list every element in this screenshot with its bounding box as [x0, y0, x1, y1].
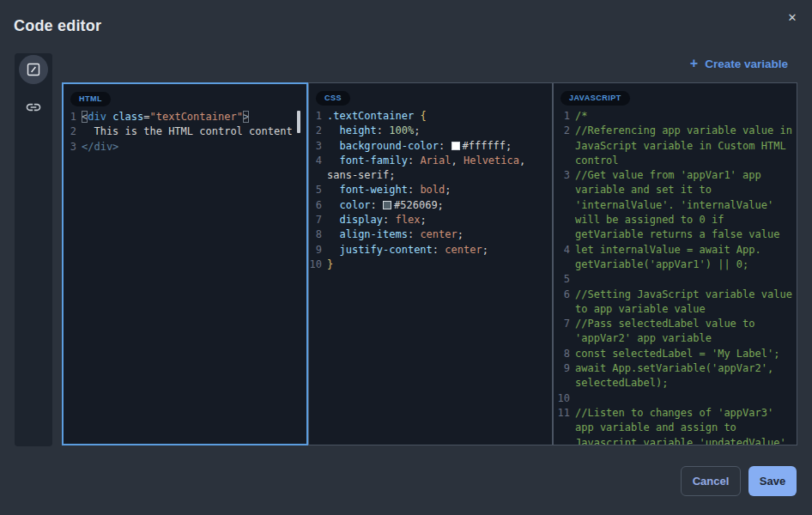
code-line: 8const selectedLabel = 'My Label'; [554, 347, 797, 361]
code-text: const selectedLabel = 'My Label'; [575, 347, 779, 361]
badge-row: HTML [64, 84, 306, 109]
code-line: 9 justify-content: center; [309, 243, 552, 258]
code-text: will be assigned to 0 if [575, 213, 724, 227]
language-badge-css: CSS [316, 91, 350, 106]
code-line: 8 align-items: center; [309, 227, 552, 242]
editor-sidebar [15, 53, 52, 446]
chain-link-icon [25, 99, 42, 116]
line-number [554, 258, 570, 272]
line-number [554, 139, 570, 154]
editor-panels: HTML 1<div class="textContainer">2 This … [62, 82, 797, 445]
line-number [554, 213, 570, 227]
line-number: 2 [309, 124, 322, 138]
code-line: 3//Get value from 'appVar1' app [554, 168, 797, 183]
code-line: variable and set it to [554, 183, 797, 197]
line-number [554, 198, 570, 213]
close-icon: ✕ [788, 11, 797, 24]
code-line: 'appVar2' app variable [554, 331, 797, 346]
code-text: This is the HTML control content [82, 124, 293, 139]
line-number: 4 [554, 243, 570, 258]
code-text: justify-content: center; [327, 243, 488, 258]
code-line: 7//Pass selectedLabel value to [554, 317, 797, 331]
plus-icon: + [690, 57, 698, 70]
dialog-title: Code editor [14, 17, 101, 35]
line-number: 1 [64, 110, 76, 124]
badge-row: JAVASCRIPT [554, 83, 797, 108]
line-number: 1 [309, 109, 322, 124]
code-text: //Pass selectedLabel value to [575, 317, 755, 331]
color-swatch[interactable] [451, 142, 460, 150]
line-number: 4 [309, 154, 322, 168]
line-number: 11 [554, 406, 570, 421]
code-text: display: flex; [327, 213, 427, 227]
code-line: 6 color: #526069; [309, 198, 552, 213]
code-line: 10 [554, 391, 797, 406]
line-number: 5 [554, 272, 570, 287]
code-text: font-family: Arial, Helvetica, [327, 154, 525, 168]
code-text: 'appVar2' app variable [575, 331, 712, 346]
line-number: 1 [554, 109, 570, 124]
code-text: height: 100%; [327, 124, 420, 138]
code-line: 5 font-weight: bold; [309, 183, 552, 197]
code-line: 1/* [554, 109, 797, 124]
line-number [554, 331, 570, 346]
line-number: 2 [554, 124, 570, 138]
line-number [554, 183, 570, 197]
code-text: } [327, 258, 333, 272]
code-line: 'internalValue'. 'internalValue' [554, 198, 797, 213]
code-editor-dialog: Code editor ✕ + Create variable [0, 0, 812, 515]
line-number: 6 [554, 288, 570, 302]
line-number [554, 302, 570, 317]
code-line: 4let internalValue = await App. [554, 243, 797, 258]
code-text: //Referencing app variable value in [575, 124, 792, 138]
code-line: selectedLabel); [554, 376, 797, 391]
code-text: Javascript variable 'updatedValue' [575, 436, 786, 445]
code-line: to app variable value [554, 302, 797, 317]
sidebar-item-variable-link[interactable] [19, 93, 48, 122]
save-button[interactable]: Save [748, 466, 797, 496]
code-line: control [554, 154, 797, 168]
sidebar-item-code-editor[interactable] [19, 55, 48, 84]
code-text: <div class="textContainer"> [82, 110, 249, 124]
code-text: sans-serif; [327, 168, 395, 183]
close-button[interactable]: ✕ [783, 8, 802, 27]
code-line: 2 This is the HTML control content [64, 124, 306, 139]
cancel-button[interactable]: Cancel [681, 466, 741, 496]
line-number [554, 154, 570, 168]
line-number: 3 [309, 139, 322, 154]
line-number: 7 [554, 317, 570, 331]
code-text: color: #526069; [327, 198, 444, 213]
scrollbar-thumb[interactable] [297, 111, 300, 133]
code-area-css[interactable]: 1.textContainer {2 height: 100%;3 backgr… [309, 108, 552, 272]
code-line: 1.textContainer { [309, 109, 552, 124]
code-line: 10} [309, 258, 552, 272]
create-variable-button[interactable]: + Create variable [690, 57, 788, 70]
code-text: selectedLabel); [575, 376, 668, 391]
code-text: getVariable returns a false value [575, 227, 779, 242]
line-number [554, 436, 570, 445]
line-number [554, 227, 570, 242]
code-area-javascript[interactable]: 1/*2//Referencing app variable value inJ… [554, 108, 797, 445]
line-number: 8 [554, 347, 570, 361]
code-line: 2 height: 100%; [309, 124, 552, 138]
code-line: 9await App.setVariable('appVar2', [554, 361, 797, 376]
color-swatch[interactable] [383, 201, 391, 209]
code-line: 3</div> [64, 140, 306, 154]
code-text: background-color: #ffffff; [327, 139, 512, 154]
code-text: /* [575, 109, 587, 124]
code-text: app variable and assign to [575, 421, 736, 435]
code-area-html[interactable]: 1<div class="textContainer">2 This is th… [64, 109, 306, 154]
line-number: 7 [309, 213, 322, 227]
editor-panel-css[interactable]: CSS 1.textContainer {2 height: 100%;3 ba… [308, 82, 553, 445]
editor-panel-javascript[interactable]: JAVASCRIPT 1/*2//Referencing app variabl… [553, 82, 797, 445]
editor-panel-html[interactable]: HTML 1<div class="textContainer">2 This … [62, 82, 308, 445]
code-line: will be assigned to 0 if [554, 213, 797, 227]
line-number: 3 [554, 168, 570, 183]
code-text: let internalValue = await App. [575, 243, 761, 258]
code-text: //Listen to changes of 'appVar3' [575, 406, 773, 421]
line-number [554, 376, 570, 391]
language-badge-javascript: JAVASCRIPT [561, 91, 630, 106]
code-line: sans-serif; [309, 168, 552, 183]
line-number: 8 [309, 227, 322, 242]
code-text: control [575, 154, 619, 168]
